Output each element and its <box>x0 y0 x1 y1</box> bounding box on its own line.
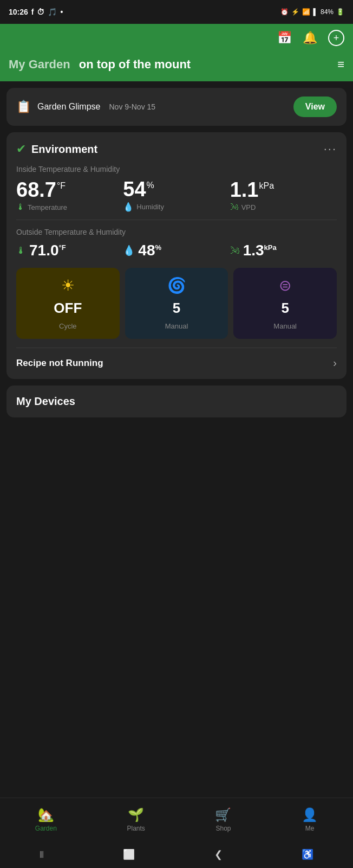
person-icon: 👤 <box>302 807 318 822</box>
ventilation-tile[interactable]: ⊜ 5 Manual <box>233 268 337 339</box>
inside-temp-label: Temperature <box>28 203 67 211</box>
outside-temp-item: 🌡 71.0°F <box>16 242 123 259</box>
nav-me[interactable]: 👤 Me <box>302 807 318 832</box>
hamburger-menu-icon[interactable]: ≡ <box>337 57 344 72</box>
inside-vpd-value: 1.1kPa <box>230 179 274 200</box>
ventilation-icon: ⊜ <box>279 277 291 294</box>
status-left: 10:26 f ⏱ 🎵 • <box>9 8 63 16</box>
add-icon[interactable]: + <box>328 30 344 46</box>
env-title: Environment <box>31 143 97 156</box>
glimpse-date: Nov 9-Nov 15 <box>109 102 156 111</box>
battery-icon: 🔋 <box>336 8 344 16</box>
facebook-icon: f <box>31 8 34 16</box>
thermometer-icon: 🌡 <box>16 202 25 212</box>
nav-shop-label: Shop <box>215 825 231 832</box>
plant-icon: 🌱 <box>128 807 144 822</box>
signal-icon: ▌ <box>313 8 318 16</box>
android-back-icon[interactable]: ❮ <box>214 848 223 860</box>
fan-label: Manual <box>165 322 188 330</box>
dot-icon: • <box>60 8 63 16</box>
devices-title: My Devices <box>16 395 75 407</box>
recipe-status: Recipe not Running <box>16 358 103 369</box>
outside-label: Outside Temperature & Humidity <box>16 228 337 236</box>
outside-temp-value: 71.0°F <box>29 242 66 259</box>
env-logo-icon: ✔ <box>16 142 26 156</box>
outside-vpd-value: 1.3kPa <box>243 242 277 259</box>
inside-humidity-value: 54% <box>123 179 154 200</box>
outside-humidity-icon: 💧 <box>123 245 135 256</box>
cycle-tile[interactable]: ☀ OFF Cycle <box>16 268 120 339</box>
vpd-icon: 🌬 <box>230 202 239 212</box>
outside-metrics-row: 🌡 71.0°F 💧 48% 🌬 1.3kPa <box>16 242 337 259</box>
inside-humidity-label: Humidity <box>136 203 164 211</box>
android-nav-bar: ⫴ ⬜ ❮ ♿ <box>0 841 353 868</box>
wifi-icon: 📶 <box>302 8 310 16</box>
ventilation-label: Manual <box>273 322 297 330</box>
inside-humidity-label-row: 💧 Humidity <box>123 202 164 212</box>
inside-temp-label-row: 🌡 Temperature <box>16 202 67 212</box>
divider-1 <box>16 220 337 220</box>
cycle-value: OFF <box>54 300 82 317</box>
env-more-icon[interactable]: ··· <box>324 142 337 156</box>
ventilation-value: 5 <box>281 300 289 317</box>
outside-vpd-item: 🌬 1.3kPa <box>230 242 337 259</box>
inside-metrics-row: 68.7°F 🌡 Temperature 54% 💧 Humidity 1. <box>16 179 337 212</box>
bottom-nav: 🏡 Garden 🌱 Plants 🛒 Shop 👤 Me <box>0 798 353 841</box>
inside-humidity-metric: 54% 💧 Humidity <box>123 179 230 212</box>
inside-vpd-label-row: 🌬 VPD <box>230 202 256 212</box>
env-title-row: ✔ Environment <box>16 142 97 156</box>
battery-text: 84% <box>321 8 334 16</box>
inside-vpd-label: VPD <box>241 203 256 211</box>
action-bar: 📅 🔔 + <box>0 24 353 52</box>
nav-plants-label: Plants <box>127 825 145 832</box>
inside-temp-metric: 68.7°F 🌡 Temperature <box>16 179 123 212</box>
cart-icon: 🛒 <box>215 807 231 822</box>
outside-thermometer-icon: 🌡 <box>16 245 26 256</box>
sun-icon: ☀ <box>61 277 75 294</box>
notification-icon[interactable]: 🔔 <box>303 31 317 45</box>
nav-garden-label: Garden <box>35 825 57 832</box>
glimpse-label: Garden Glimpse <box>37 102 101 112</box>
fan-value: 5 <box>173 300 180 317</box>
nav-plants[interactable]: 🌱 Plants <box>127 807 145 832</box>
main-content: 📋 Garden Glimpse Nov 9-Nov 15 View ✔ Env… <box>0 81 353 430</box>
garden-glimpse-card: 📋 Garden Glimpse Nov 9-Nov 15 View <box>6 88 347 126</box>
status-bar: 10:26 f ⏱ 🎵 • ⏰ ⚡ 📶 ▌ 84% 🔋 <box>0 0 353 24</box>
status-time: 10:26 <box>9 8 28 16</box>
inside-label: Inside Temperature & Humidity <box>16 165 337 173</box>
android-accessibility-icon[interactable]: ♿ <box>302 848 313 860</box>
android-home-icon[interactable]: ⬜ <box>123 848 135 860</box>
calendar-icon[interactable]: 📅 <box>277 31 292 45</box>
environment-card: ✔ Environment ··· Inside Temperature & H… <box>6 132 347 379</box>
nav-shop[interactable]: 🛒 Shop <box>215 807 231 832</box>
inside-vpd-metric: 1.1kPa 🌬 VPD <box>230 179 337 212</box>
cycle-label: Cycle <box>59 322 77 330</box>
humidity-icon: 💧 <box>123 202 134 212</box>
glimpse-icon: 📋 <box>16 100 31 114</box>
env-header: ✔ Environment ··· <box>16 142 337 156</box>
android-recent-icon[interactable]: ⫴ <box>40 849 44 860</box>
view-button[interactable]: View <box>293 97 337 117</box>
fan-tile[interactable]: 🌀 5 Manual <box>125 268 228 339</box>
alarm-icon: ⏰ <box>280 8 289 16</box>
outside-vpd-icon: 🌬 <box>230 245 240 256</box>
app-title: My Garden <box>9 57 70 72</box>
status-right: ⏰ ⚡ 📶 ▌ 84% 🔋 <box>280 8 344 16</box>
my-devices-card: My Devices <box>6 385 347 417</box>
glimpse-left: 📋 Garden Glimpse Nov 9-Nov 15 <box>16 100 155 114</box>
inside-temp-value: 68.7°F <box>16 179 66 200</box>
outside-humidity-item: 💧 48% <box>123 242 230 259</box>
control-tiles-row: ☀ OFF Cycle 🌀 5 Manual ⊜ 5 Manual <box>16 268 337 339</box>
app-header: My Garden on top of the mount ≡ <box>0 52 353 81</box>
bluetooth-icon: ⚡ <box>291 8 299 16</box>
recipe-row[interactable]: Recipe not Running › <box>16 348 337 369</box>
outside-humidity-value: 48% <box>138 242 161 259</box>
recipe-arrow-icon: › <box>333 357 337 369</box>
nav-me-label: Me <box>305 825 315 832</box>
location-title: on top of the mount <box>79 57 329 72</box>
nav-garden[interactable]: 🏡 Garden <box>35 807 57 832</box>
clock-icon: ⏱ <box>37 8 44 16</box>
home-icon: 🏡 <box>38 807 54 822</box>
music-icon: 🎵 <box>48 8 57 16</box>
fan-cycle-icon: 🌀 <box>167 277 186 294</box>
